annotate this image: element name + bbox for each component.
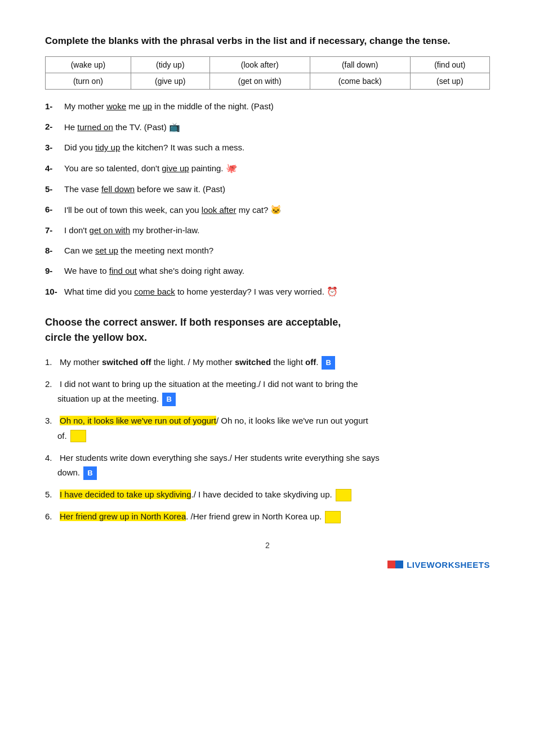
list-item: 9- We have to find out what she's doing … [45, 264, 490, 278]
item-text: Did you tidy up the kitchen? It was such… [64, 141, 244, 154]
list-item: 2. I did not want to bring up the situat… [45, 377, 490, 407]
verb-cell: (get on with) [209, 73, 310, 89]
highlighted-text: Oh no, it looks like we've run out of yo… [60, 416, 216, 425]
item-number: 4- [45, 162, 61, 175]
item-text: I don't get on with my brother-in-law. [64, 224, 199, 237]
item-row: 2. I did not want to bring up the situat… [45, 377, 490, 392]
list-item: 6. Her friend grew up in North Korea. /H… [45, 510, 490, 524]
item-number: 2. [45, 377, 56, 392]
highlighted-text: Her friend grew up in North Korea [60, 512, 186, 521]
verb-cell: (find out) [410, 56, 489, 73]
section2-title: Choose the correct answer. If both respo… [45, 315, 490, 345]
item-text: My mother woke me up in the middle of th… [64, 100, 274, 113]
item-number: 6- [45, 203, 61, 216]
section2-list: 1. My mother switched off the light. / M… [45, 355, 490, 524]
item-number: 3. [45, 414, 56, 428]
verb-cell: (wake up) [46, 56, 131, 73]
item-text: Can we set up the meeting next month? [64, 244, 213, 257]
list-item: 8- Can we set up the meeting next month? [45, 244, 490, 257]
item-number: 1. [45, 355, 56, 370]
item-text: Her students write down everything she s… [60, 451, 380, 465]
footer-logo: LIVEWORKSHEETS [45, 560, 490, 570]
verb-cell: (come back) [310, 73, 410, 89]
item-number: 5. [45, 488, 56, 502]
list-item: 5. I have decided to take up skydiving./… [45, 488, 490, 502]
logo-red-square [387, 561, 395, 568]
list-item: 2- He turned on the TV. (Past) 📺 [45, 120, 490, 135]
list-item: 5- The vase fell down before we saw it. … [45, 183, 490, 196]
list-item: 4. Her students write down everything sh… [45, 451, 490, 481]
verb-cell: (set up) [410, 73, 489, 89]
list-item: 1- My mother woke me up in the middle of… [45, 100, 490, 113]
clock-emoji: ⏰ [327, 287, 338, 296]
list-item: 10- What time did you come back to home … [45, 284, 490, 299]
item-number: 10- [45, 285, 61, 299]
item-row: 5. I have decided to take up skydiving./… [45, 488, 490, 502]
item-number: 2- [45, 120, 61, 134]
item-row: 6. Her friend grew up in North Korea. /H… [45, 510, 490, 524]
item-number: 5- [45, 183, 61, 196]
item-number: 9- [45, 264, 61, 278]
answer-box-yellow [336, 489, 351, 501]
item-number: 1- [45, 100, 61, 113]
item-text: The vase fell down before we saw it. (Pa… [64, 183, 225, 196]
list-item: 6- I'll be out of town this week, can yo… [45, 203, 490, 217]
answer-box-yellow [70, 430, 86, 442]
verb-cell: (look after) [209, 56, 310, 73]
tv-emoji: 📺 [169, 122, 180, 132]
list-item: 1. My mother switched off the light. / M… [45, 355, 490, 370]
item-row: 3. Oh no, it looks like we've run out of… [45, 414, 490, 428]
cat-emoji: 🐱 [270, 205, 282, 215]
list-item: 4- You are so talented, don't give up pa… [45, 161, 490, 176]
highlighted-text: I have decided to take up skydiving [60, 490, 191, 499]
logo-icon [387, 561, 403, 568]
item-number: 3- [45, 141, 61, 154]
section1-title: Complete the blanks with the phrasal ver… [45, 34, 490, 48]
item-number: 8- [45, 244, 61, 257]
answer-box-b: B [83, 466, 97, 480]
answer-box-b: B [322, 356, 335, 370]
item-row: 1. My mother switched off the light. / M… [45, 355, 490, 370]
verb-cell: (turn on) [46, 73, 131, 89]
item-text: We have to find out what she's doing rig… [64, 264, 244, 278]
item-text: Her friend grew up in North Korea. /Her … [60, 510, 341, 524]
page-number: 2 [45, 541, 490, 550]
logo-blue-square [395, 561, 403, 568]
answer-box-b: B [162, 393, 176, 406]
item-text: What time did you come back to home yest… [64, 284, 338, 299]
verb-cell: (give up) [131, 73, 209, 89]
item-text: I have decided to take up skydiving./ I … [60, 488, 351, 502]
item-number: 6. [45, 510, 56, 524]
list-item: 3- Did you tidy up the kitchen? It was s… [45, 141, 490, 154]
list-item: 7- I don't get on with my brother-in-law… [45, 224, 490, 237]
item-text: My mother switched off the light. / My m… [60, 355, 335, 370]
item-text: He turned on the TV. (Past) 📺 [64, 120, 180, 135]
item-number: 7- [45, 224, 61, 237]
verb-cell: (tidy up) [131, 56, 209, 73]
item-text: Oh no, it looks like we've run out of yo… [60, 414, 368, 428]
verb-table: (wake up) (tidy up) (look after) (fall d… [45, 56, 490, 90]
section1-list: 1- My mother woke me up in the middle of… [45, 100, 490, 299]
verb-cell: (fall down) [310, 56, 410, 73]
item-text-line2: of. [45, 429, 490, 443]
item-text-line2: down.B [45, 466, 490, 480]
answer-box-yellow [325, 511, 341, 523]
item-row: 4. Her students write down everything sh… [45, 451, 490, 465]
item-text: You are so talented, don't give up paint… [64, 161, 237, 176]
item-number: 4. [45, 451, 56, 465]
item-text: I did not want to bring up the situation… [60, 377, 358, 392]
item-text-line2: situation up at the meeting.B [45, 392, 490, 406]
item-text: I'll be out of town this week, can you l… [64, 203, 282, 217]
list-item: 3. Oh no, it looks like we've run out of… [45, 414, 490, 443]
emoji: 🐙 [226, 163, 237, 173]
logo-text: LIVEWORKSHEETS [407, 560, 490, 570]
